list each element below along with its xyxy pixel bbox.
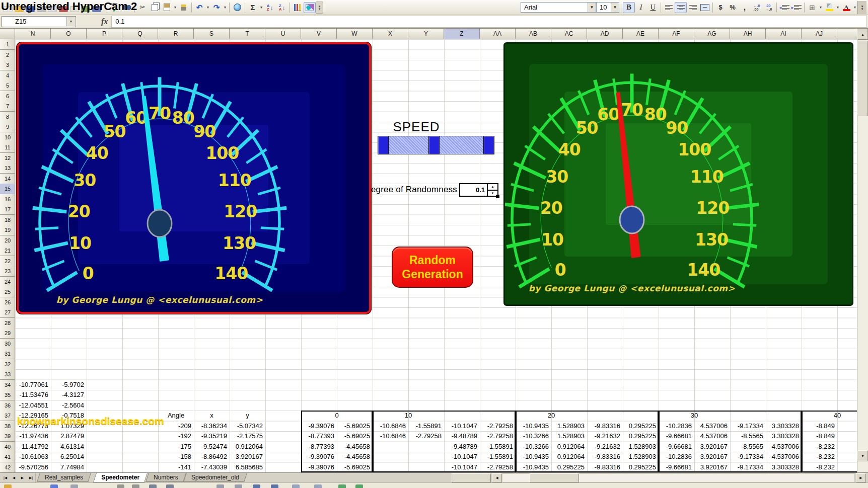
cell-R42[interactable]: -141 — [158, 462, 194, 473]
dropdown-arrow-icon[interactable]: ▼ — [223, 2, 228, 13]
column-header-AI[interactable]: AI — [766, 29, 802, 39]
cell-V41[interactable]: -9.39076 — [301, 452, 337, 462]
cell-AF39[interactable]: -9.66681 — [659, 431, 694, 442]
cell-AI39[interactable]: 3.303328 — [766, 431, 802, 442]
row-header-17[interactable]: 17 — [0, 204, 15, 215]
align-left-icon[interactable] — [663, 2, 675, 13]
column-header-X[interactable]: X — [373, 29, 408, 39]
vertical-scrollbar[interactable]: ▲ ▼ — [857, 29, 868, 472]
cell-Z40[interactable]: -9.48789 — [444, 442, 480, 452]
cell-AA39[interactable]: -2.79258 — [480, 431, 516, 442]
redo-icon[interactable]: ↷ — [210, 2, 223, 13]
cell-X37[interactable]: 10 — [373, 411, 444, 421]
row-header-33[interactable]: 33 — [0, 369, 15, 380]
drawing-toolbar-icon-partial[interactable] — [216, 484, 224, 488]
row-header-29[interactable]: 29 — [0, 328, 15, 339]
cell-AC39[interactable]: 1.528903 — [551, 431, 587, 442]
row-header-2[interactable]: 2 — [0, 50, 15, 60]
cell-V39[interactable]: -8.77393 — [301, 431, 337, 442]
cell-Y38[interactable]: -1.55891 — [408, 421, 444, 432]
italic-icon[interactable]: I — [635, 2, 647, 13]
cell-T42[interactable]: 6.585685 — [230, 462, 265, 473]
paste-icon[interactable] — [161, 2, 173, 13]
cell-AE38[interactable]: 0.295225 — [623, 421, 659, 432]
cell-AF41[interactable]: -10.2836 — [659, 452, 694, 462]
cell-V40[interactable]: -8.77393 — [301, 442, 337, 452]
speed-scrollbar-right-button[interactable] — [483, 136, 494, 154]
chart-wizard-icon[interactable] — [292, 2, 304, 13]
name-box[interactable]: Z15 ▼ — [2, 16, 76, 27]
cell-W38[interactable]: -5.69025 — [337, 421, 373, 432]
cell-N41[interactable]: -10.61063 — [15, 452, 51, 462]
scroll-up-icon[interactable]: ▲ — [857, 29, 868, 40]
cell-W40[interactable]: -4.45658 — [337, 442, 373, 452]
drawing-toolbar-icon-partial[interactable] — [253, 484, 260, 488]
cell-AA42[interactable]: -2.79258 — [480, 462, 516, 473]
font-size-combo[interactable]: 10▼ — [596, 2, 619, 13]
cell-AG38[interactable]: 4.537006 — [694, 421, 730, 432]
row-header-38[interactable]: 38 — [0, 421, 15, 432]
cell-AB39[interactable]: -10.3266 — [516, 431, 551, 442]
cell-T39[interactable]: -2.17575 — [230, 431, 265, 442]
cell-AG42[interactable]: 3.920167 — [694, 462, 730, 473]
drawing-toolbar-icon-partial[interactable] — [166, 484, 174, 488]
row-header-31[interactable]: 31 — [0, 349, 15, 359]
decrease-decimal-icon[interactable]: .00→.0 — [763, 2, 775, 13]
cell-AA38[interactable]: -2.79258 — [480, 421, 516, 432]
cell-AF38[interactable]: -10.2836 — [659, 421, 694, 432]
cell-AI40[interactable]: 4.537006 — [766, 442, 802, 452]
cell-AE40[interactable]: 1.528903 — [623, 442, 659, 452]
cell-W39[interactable]: -5.69025 — [337, 431, 373, 442]
fill-color-icon[interactable] — [823, 2, 835, 13]
dropdown-arrow-icon[interactable]: ▼ — [818, 2, 823, 13]
row-header-40[interactable]: 40 — [0, 442, 15, 452]
column-header-AJ[interactable]: AJ — [802, 29, 837, 39]
cell-AJ38[interactable]: -8.849 — [802, 421, 837, 432]
row-header-37[interactable]: 37 — [0, 411, 15, 421]
comma-style-icon[interactable]: , — [739, 2, 751, 13]
cell-AJ37[interactable]: 40 — [802, 411, 857, 421]
cell-V38[interactable]: -9.39076 — [301, 421, 337, 432]
cell-X39[interactable]: -10.6846 — [373, 431, 408, 442]
drawing-toolbar-icon-partial[interactable] — [149, 484, 157, 488]
dropdown-arrow-icon[interactable]: ▼ — [259, 2, 264, 13]
cell-O41[interactable]: 6.25014 — [51, 452, 87, 462]
row-header-7[interactable]: 7 — [0, 101, 15, 112]
increase-decimal-icon[interactable]: ←.0.00 — [751, 2, 763, 13]
column-header-Z[interactable]: Z — [444, 29, 480, 39]
column-header-AC[interactable]: AC — [551, 29, 587, 39]
cell-AG40[interactable]: 3.920167 — [694, 442, 730, 452]
row-header-21[interactable]: 21 — [0, 246, 15, 256]
column-header-AA[interactable]: AA — [480, 29, 516, 39]
select-all-corner[interactable] — [0, 29, 15, 39]
row-header-41[interactable]: 41 — [0, 452, 15, 462]
cell-N42[interactable]: -9.570256 — [15, 462, 51, 473]
row-header-39[interactable]: 39 — [0, 431, 15, 442]
cell-AF40[interactable]: -9.66681 — [659, 442, 694, 452]
percent-style-icon[interactable]: % — [727, 2, 739, 13]
row-header-42[interactable]: 42 — [0, 462, 15, 473]
cell-Z39[interactable]: -9.48789 — [444, 431, 480, 442]
cell-AE41[interactable]: 1.528903 — [623, 452, 659, 462]
column-header-AB[interactable]: AB — [516, 29, 551, 39]
cell-AC40[interactable]: 0.912064 — [551, 442, 587, 452]
dropdown-arrow-icon[interactable]: ▼ — [205, 2, 210, 13]
toolbar-options-handle[interactable]: ▾▾ — [316, 2, 323, 14]
column-header-U[interactable]: U — [265, 29, 301, 39]
column-header-Y[interactable]: Y — [408, 29, 444, 39]
cell-AJ40[interactable]: -8.232 — [802, 442, 837, 452]
drawing-toolbar-icon-partial[interactable] — [292, 484, 300, 488]
hscroll-left-icon[interactable]: ◀ — [492, 473, 502, 482]
borders-icon[interactable]: ⊞ — [806, 2, 818, 13]
cell-AF37[interactable]: 30 — [659, 411, 730, 421]
drawing-toolbar-icon-partial[interactable] — [235, 484, 242, 488]
cell-N34[interactable]: -10.77061 — [15, 380, 51, 390]
column-header-AH[interactable]: AH — [730, 29, 766, 39]
tab-nav-first-icon[interactable]: |◀ — [1, 473, 10, 482]
cell-S37[interactable]: x — [194, 411, 230, 421]
undo-icon[interactable]: ↶ — [193, 2, 205, 13]
column-header-V[interactable]: V — [301, 29, 337, 39]
tab-scrollbar-split[interactable] — [452, 473, 491, 482]
cell-AA41[interactable]: -1.55891 — [480, 452, 516, 462]
cut-icon[interactable]: ✂ — [136, 2, 149, 13]
